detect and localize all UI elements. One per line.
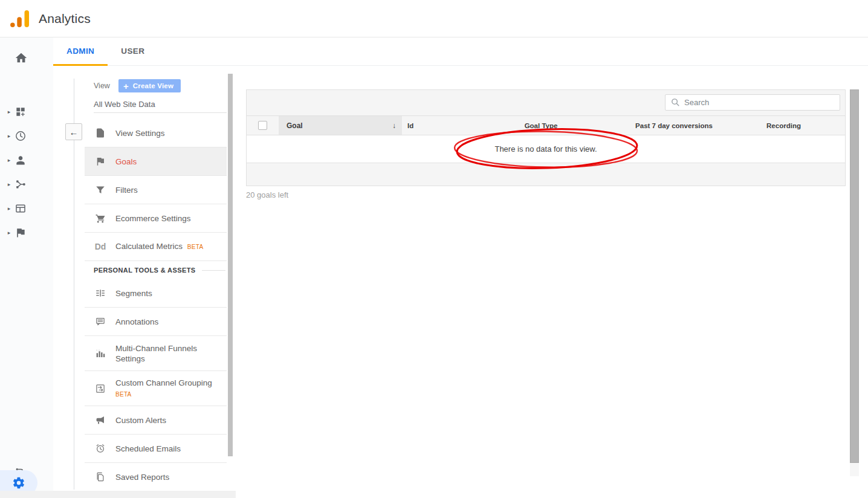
menu-label: Multi-Channel Funnels Settings (115, 343, 212, 364)
menu-item-saved-reports[interactable]: Saved Reports (85, 463, 227, 491)
acquisition-icon (15, 178, 27, 190)
nav-customization[interactable]: ▸ (0, 100, 53, 124)
menu-label: Goals (115, 157, 137, 167)
nav-conversions[interactable]: ▸ (0, 221, 53, 245)
tab-user[interactable]: USER (108, 37, 158, 66)
alarm-clock-icon (94, 443, 107, 454)
analytics-logo-icon (10, 10, 30, 28)
divider (94, 112, 227, 113)
sort-descending-icon: ↓ (392, 121, 396, 130)
goals-table: Goal ↓ Id Goal Type Past 7 day conversio… (246, 89, 846, 186)
menu-label: View Settings (115, 128, 165, 138)
plus-icon: + (123, 81, 129, 91)
menu-label: Scheduled Emails (115, 444, 181, 454)
menu-item-segments[interactable]: Segments (85, 279, 227, 308)
menu-item-custom-channel-grouping[interactable]: Custom Channel Grouping BETA (85, 371, 227, 406)
beta-badge: BETA (115, 389, 212, 399)
column-header-past-7-day-conversions[interactable]: Past 7 day conversions (626, 116, 722, 135)
menu-item-goals[interactable]: Goals (85, 147, 227, 176)
channel-grouping-icon (94, 383, 107, 394)
column-header-goal-type[interactable]: Goal Type (456, 116, 626, 135)
menu-item-filters[interactable]: Filters (85, 176, 227, 204)
menu-item-calculated-metrics[interactable]: Dd Calculated Metrics BETA (85, 233, 227, 261)
home-icon (15, 51, 28, 65)
menu-label: Saved Reports (115, 472, 169, 482)
beta-badge: BETA (187, 244, 204, 250)
menu-label: Ecommerce Settings (115, 213, 191, 224)
menu-label: Filters (115, 185, 138, 195)
tab-admin[interactable]: ADMIN (53, 37, 108, 66)
app-header: Analytics (0, 0, 868, 37)
expand-arrow-icon[interactable]: ▸ (5, 181, 13, 187)
menu-item-scheduled-emails[interactable]: Scheduled Emails (85, 435, 227, 463)
menu-item-mcf-settings[interactable]: Multi-Channel Funnels Settings (85, 336, 227, 371)
menu-label: Custom Channel Grouping (115, 378, 212, 387)
cart-icon (94, 213, 107, 224)
clock-icon (15, 130, 27, 142)
customization-icon (15, 106, 27, 118)
column-label: Goal (287, 121, 303, 130)
empty-data-message: There is no data for this view. (247, 135, 845, 163)
gear-icon (12, 476, 25, 490)
create-view-button[interactable]: + Create View (118, 79, 181, 92)
column-header-recording[interactable]: Recording (722, 116, 845, 135)
table-header-row: Goal ↓ Id Goal Type Past 7 day conversio… (247, 115, 845, 135)
current-view-name: All Web Site Data (94, 100, 155, 109)
expand-arrow-icon[interactable]: ▸ (5, 230, 13, 236)
page-scrollbar-thumb[interactable] (850, 89, 859, 463)
column-header-id[interactable]: Id (402, 116, 456, 135)
bar-chart-icon (94, 348, 107, 359)
flag-icon (94, 156, 107, 167)
nav-realtime[interactable]: ▸ (0, 124, 53, 148)
back-arrow-icon: ← (70, 127, 79, 137)
person-icon (15, 154, 27, 166)
segments-icon (94, 288, 107, 299)
menu-item-custom-alerts[interactable]: Custom Alerts (85, 406, 227, 435)
menu-item-ecommerce-settings[interactable]: Ecommerce Settings (85, 204, 227, 233)
menu-label: Calculated Metrics (115, 242, 183, 251)
nav-behavior[interactable]: ▸ (0, 196, 53, 221)
funnel-icon (94, 184, 107, 195)
goals-left-label: 20 goals left (246, 190, 288, 199)
table-toolbar (247, 90, 845, 115)
menu-label: Segments (115, 288, 152, 299)
nav-rail: ▸ ▸ ▸ ▸ ▸ ▸ (0, 37, 53, 498)
flag-icon (15, 227, 27, 239)
expand-arrow-icon[interactable]: ▸ (5, 133, 13, 139)
menu-label: Annotations (115, 317, 158, 327)
report-copy-icon (94, 471, 107, 482)
menu-item-annotations[interactable]: Annotations (85, 308, 227, 336)
expand-arrow-icon[interactable]: ▸ (5, 109, 13, 115)
view-menu: View Settings Goals Filters Ecommerce Se… (85, 119, 227, 491)
search-box[interactable] (665, 94, 840, 111)
select-all-checkbox[interactable] (258, 121, 267, 130)
nav-home[interactable] (0, 46, 53, 70)
column-header-goal[interactable]: Goal ↓ (279, 116, 402, 135)
panel-scrollbar[interactable] (228, 74, 233, 456)
view-column-label: View (94, 82, 110, 90)
expand-arrow-icon[interactable]: ▸ (5, 157, 13, 163)
section-header: PERSONAL TOOLS & ASSETS (85, 261, 227, 279)
hierarchy-line (74, 79, 74, 490)
nav-acquisition[interactable]: ▸ (0, 172, 53, 196)
menu-item-view-settings[interactable]: View Settings (85, 119, 227, 147)
back-button[interactable]: ← (65, 123, 82, 140)
document-icon (94, 128, 107, 138)
megaphone-icon (94, 415, 107, 425)
section-title: PERSONAL TOOLS & ASSETS (94, 267, 196, 274)
search-icon (670, 97, 681, 108)
menu-label: Custom Alerts (115, 415, 166, 425)
dd-icon: Dd (94, 242, 107, 251)
app-title: Analytics (39, 11, 91, 26)
create-view-label: Create View (133, 82, 173, 89)
table-footer (247, 163, 845, 186)
annotation-bubble-icon (94, 316, 107, 327)
search-input[interactable] (684, 95, 840, 109)
divider (202, 270, 225, 271)
view-settings-panel: View + Create View All Web Site Data ← V… (53, 66, 236, 498)
admin-user-tabbar: ADMIN USER (53, 37, 868, 66)
expand-arrow-icon[interactable]: ▸ (5, 205, 13, 212)
browser-window-icon (15, 202, 27, 215)
nav-audience[interactable]: ▸ (0, 148, 53, 172)
bottom-strip (0, 491, 236, 498)
